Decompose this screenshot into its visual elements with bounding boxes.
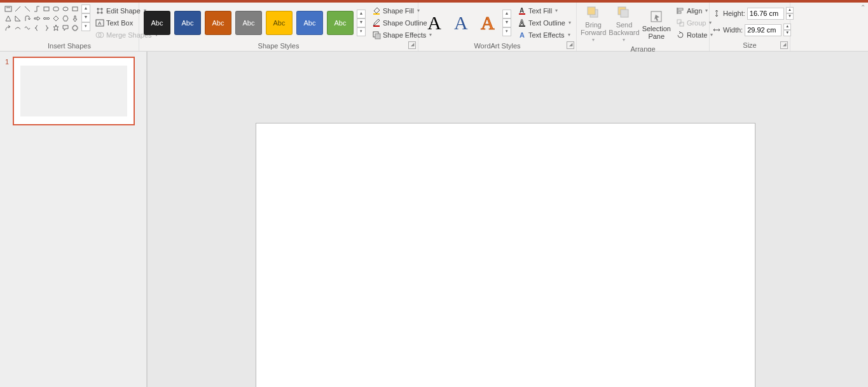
shape-styles-arrows: ▲ ▼ ▾ <box>357 10 366 36</box>
shape-brace-r-icon[interactable] <box>42 24 50 32</box>
slide[interactable] <box>256 123 755 387</box>
shape-triangle-icon[interactable] <box>4 14 12 22</box>
svg-rect-32 <box>678 11 681 13</box>
shape-fill-label: Shape Fill <box>383 7 414 15</box>
wordart-style-3[interactable]: A <box>477 10 499 36</box>
shape-diamond-icon[interactable] <box>52 14 60 22</box>
svg-text:A: A <box>520 31 525 39</box>
size-group-label: Size <box>712 40 787 51</box>
shape-star-icon[interactable] <box>52 24 60 32</box>
slide-thumbnails-panel[interactable]: 1 <box>0 52 147 387</box>
rotate-icon <box>676 31 685 39</box>
shape-uturn-icon[interactable] <box>23 14 31 22</box>
shape-plus-icon[interactable] <box>71 24 79 32</box>
style-swatch-1[interactable]: Abc <box>144 11 170 35</box>
group-arrange: Bring Forward▾ Send Backward▾ Selection … <box>577 3 710 51</box>
shape-callout-icon[interactable] <box>61 24 69 32</box>
svg-rect-23 <box>519 25 525 27</box>
text-outline-button[interactable]: A Text Outline▾ <box>515 17 574 29</box>
bring-forward-button[interactable]: Bring Forward▾ <box>579 4 607 44</box>
align-icon <box>676 6 685 15</box>
svg-rect-7 <box>72 7 78 11</box>
shape-rtriangle-icon[interactable] <box>13 14 22 22</box>
shape-line2-icon[interactable] <box>23 4 31 13</box>
shape-brace-l-icon[interactable] <box>32 24 41 32</box>
edit-shape-label: Edit Shape <box>106 7 141 15</box>
slide-thumbnail-1[interactable] <box>13 57 135 125</box>
style-swatch-7[interactable]: Abc <box>327 11 354 35</box>
workspace: 1 <box>0 52 868 387</box>
svg-rect-21 <box>519 13 525 15</box>
pen-icon <box>372 18 381 27</box>
shape-rect-icon[interactable] <box>42 4 50 13</box>
svg-rect-26 <box>588 7 595 15</box>
svg-text:A: A <box>98 20 102 26</box>
shapes-gallery[interactable] <box>3 4 80 32</box>
selection-pane-button[interactable]: Selection Pane <box>641 4 672 44</box>
svg-point-6 <box>63 7 68 11</box>
text-outline-icon: A <box>518 18 527 27</box>
svg-line-3 <box>25 6 30 11</box>
shape-oval-icon[interactable] <box>61 4 69 13</box>
group-wordart-styles: A A A ▲ ▼ ▾ A Text Fill▾ A Text Outline▾… <box>418 3 577 51</box>
shape-hexagon-icon[interactable] <box>61 14 69 22</box>
shape-wave-icon[interactable] <box>23 24 31 32</box>
shape-arrow-u-icon[interactable] <box>4 24 12 32</box>
merge-shapes-icon <box>95 31 104 39</box>
wordart-style-2[interactable]: A <box>450 10 472 36</box>
wordart-arrows: ▲ ▼ ▾ <box>502 10 511 36</box>
shape-connector-icon[interactable] <box>32 4 41 13</box>
text-effects-label: Text Effects <box>528 31 565 39</box>
shapes-down-icon[interactable]: ▼ <box>81 13 90 22</box>
style-swatch-6[interactable]: Abc <box>296 11 323 35</box>
collapse-ribbon-icon[interactable]: ⌃ <box>860 4 865 11</box>
shape-arrow-r-icon[interactable] <box>32 14 41 22</box>
text-box-icon: A <box>95 18 104 27</box>
height-input[interactable] <box>747 8 784 20</box>
shape-textbox-icon[interactable] <box>4 4 12 13</box>
styles-more-icon[interactable]: ▾ <box>357 27 366 36</box>
shape-rect2-icon[interactable] <box>71 4 79 13</box>
style-swatch-3[interactable]: Abc <box>205 11 231 35</box>
insert-shapes-group-label: Insert Shapes <box>3 41 136 52</box>
text-effects-button[interactable]: A Text Effects▾ <box>515 29 574 41</box>
style-swatch-5[interactable]: Abc <box>266 11 293 35</box>
wordart-down-icon[interactable]: ▼ <box>502 18 511 27</box>
styles-up-icon[interactable]: ▲ <box>357 10 366 18</box>
thumbnail-row[interactable]: 1 <box>0 57 146 125</box>
svg-rect-34 <box>680 22 684 26</box>
svg-rect-31 <box>678 8 683 10</box>
shape-arrow-d-icon[interactable] <box>71 14 79 22</box>
rotate-label: Rotate <box>687 31 707 39</box>
shape-arrow-lr-icon[interactable] <box>42 14 50 22</box>
text-fill-button[interactable]: A Text Fill▾ <box>515 4 574 17</box>
svg-rect-17 <box>373 25 380 27</box>
wordart-more-icon[interactable]: ▾ <box>502 27 511 36</box>
shapes-up-icon[interactable]: ▲ <box>81 4 90 13</box>
style-swatch-2[interactable]: Abc <box>174 11 201 35</box>
svg-text:A: A <box>520 19 524 26</box>
group-shape-styles: Abc Abc Abc Abc Abc Abc Abc ▲ ▼ ▾ Shape … <box>139 3 418 51</box>
svg-text:A: A <box>520 7 524 14</box>
svg-line-2 <box>15 6 20 11</box>
bucket-icon <box>372 6 381 15</box>
wordart-style-1[interactable]: A <box>424 10 445 36</box>
svg-rect-4 <box>44 7 49 11</box>
wordart-up-icon[interactable]: ▲ <box>502 10 511 18</box>
width-label: Width: <box>723 26 743 34</box>
slide-canvas-area[interactable] <box>147 52 868 387</box>
shapes-more-icon[interactable]: ▾ <box>81 22 90 31</box>
text-effects-icon: A <box>518 31 527 39</box>
width-input[interactable] <box>745 24 782 36</box>
group-icon <box>676 18 685 27</box>
shape-line-icon[interactable] <box>13 4 22 13</box>
shape-curve-icon[interactable] <box>13 24 22 32</box>
group-size: Height: ▲▼ Width: ▲▼ Size ◢ <box>710 3 790 51</box>
styles-down-icon[interactable]: ▼ <box>357 18 366 27</box>
size-dialog-icon[interactable]: ◢ <box>780 41 788 49</box>
send-backward-button[interactable]: Send Backward▾ <box>607 4 640 44</box>
style-swatch-4[interactable]: Abc <box>235 11 262 35</box>
shape-styles-dialog-icon[interactable]: ◢ <box>408 41 416 49</box>
wordart-styles-dialog-icon[interactable]: ◢ <box>567 41 574 49</box>
shape-roundrect-icon[interactable] <box>52 4 60 13</box>
